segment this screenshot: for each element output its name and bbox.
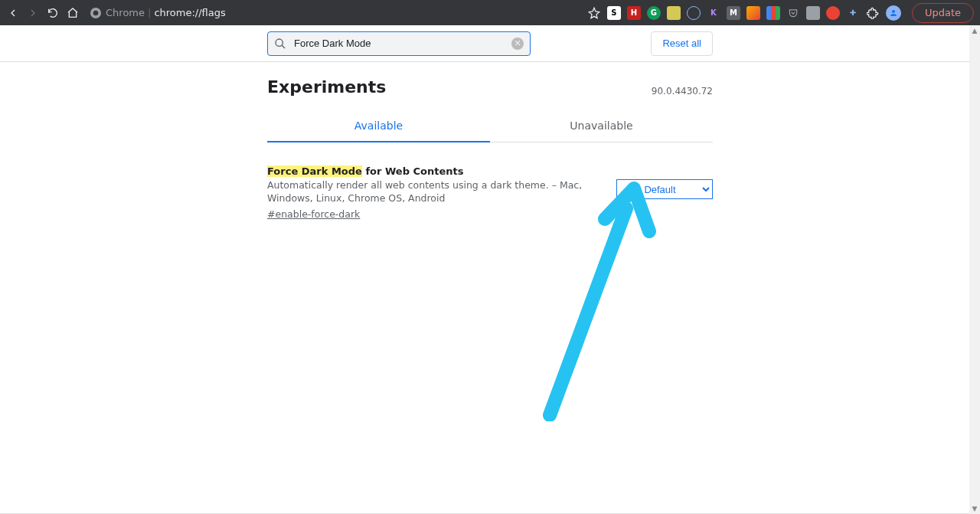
page-body: ✕ Reset all Experiments 90.0.4430.72 Ava… xyxy=(0,25,980,514)
flag-title: Force Dark Mode for Web Contents xyxy=(267,165,601,177)
tab-available[interactable]: Available xyxy=(267,110,490,142)
scroll-up-icon[interactable]: ▲ xyxy=(969,25,980,36)
extension-icon-g[interactable]: G xyxy=(647,6,661,20)
avatar[interactable] xyxy=(886,5,901,21)
page-title: Experiments xyxy=(267,77,386,97)
search-box[interactable]: ✕ xyxy=(267,31,531,56)
version-label: 90.0.4430.72 xyxy=(652,86,713,97)
extension-icon-s[interactable]: S xyxy=(607,6,621,20)
flag-description: Automatically render all web contents us… xyxy=(267,179,601,205)
extension-icon-pocket[interactable] xyxy=(786,6,800,20)
flag-text: Force Dark Mode for Web Contents Automat… xyxy=(267,165,601,220)
extension-icon-mail[interactable]: M xyxy=(727,6,740,20)
tab-bar: Available Unavailable xyxy=(267,110,713,142)
flag-dropdown[interactable]: Default xyxy=(616,179,713,199)
home-icon[interactable] xyxy=(66,6,80,20)
flag-select-wrap: Default xyxy=(616,165,713,220)
address-path: chrome://flags xyxy=(154,7,225,18)
extension-icon-note[interactable] xyxy=(667,6,681,20)
update-label: Update xyxy=(925,7,961,18)
extension-icon-red[interactable] xyxy=(826,6,840,20)
reload-icon[interactable] xyxy=(46,6,60,20)
site-icon xyxy=(90,8,101,18)
extension-icon-bars[interactable] xyxy=(766,6,780,20)
clear-search-icon[interactable]: ✕ xyxy=(511,38,524,50)
svg-point-2 xyxy=(276,39,283,46)
star-icon[interactable] xyxy=(587,6,601,20)
scroll-down-icon[interactable]: ▼ xyxy=(969,503,980,514)
content: Experiments 90.0.4430.72 Available Unava… xyxy=(267,62,713,220)
flag-title-highlight: Force Dark Mode xyxy=(267,165,362,177)
toolbar: ✕ Reset all xyxy=(0,25,980,62)
tab-unavailable[interactable]: Unavailable xyxy=(490,110,713,142)
update-button[interactable]: Update xyxy=(912,3,974,23)
svg-point-1 xyxy=(892,10,895,13)
forward-icon[interactable] xyxy=(26,6,40,20)
extension-icon-block[interactable] xyxy=(687,6,701,20)
extension-icon-cross[interactable]: ✚ xyxy=(846,6,860,20)
extension-icon-flame[interactable] xyxy=(746,6,760,20)
browser-header: Chrome | chrome://flags S H G K M ✚ Upda… xyxy=(0,0,980,25)
extension-icon-k[interactable]: K xyxy=(707,6,720,20)
address-separator: | xyxy=(145,7,154,18)
search-input[interactable] xyxy=(294,38,511,49)
address-bar[interactable]: Chrome | chrome://flags xyxy=(90,7,226,18)
extension-icon-h[interactable]: H xyxy=(627,6,641,20)
title-row: Experiments 90.0.4430.72 xyxy=(267,77,713,97)
flag-title-rest: for Web Contents xyxy=(362,165,464,177)
reset-all-button[interactable]: Reset all xyxy=(651,31,713,56)
back-icon[interactable] xyxy=(6,6,20,20)
address-protocol: Chrome xyxy=(106,7,145,18)
search-icon xyxy=(274,38,286,50)
extensions-icon[interactable] xyxy=(866,6,880,20)
scrollbar[interactable]: ▲ ▼ xyxy=(969,25,980,514)
extension-icon-calc[interactable] xyxy=(806,6,820,20)
flag-row: Force Dark Mode for Web Contents Automat… xyxy=(267,142,713,220)
svg-point-0 xyxy=(93,10,99,15)
flag-id[interactable]: #enable-force-dark xyxy=(267,208,601,220)
